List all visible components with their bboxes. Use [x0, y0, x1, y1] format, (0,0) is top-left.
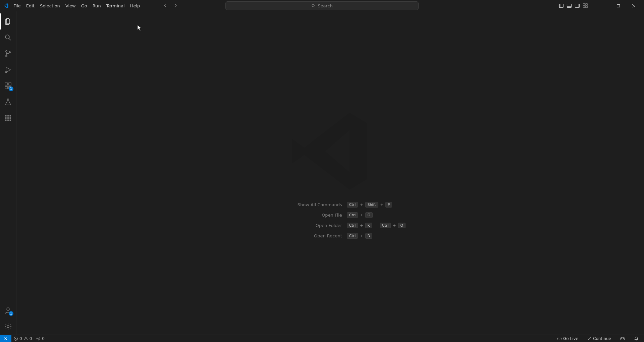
svg-rect-29	[10, 120, 11, 121]
mouse-cursor-icon	[137, 25, 142, 32]
nav-back-icon[interactable]	[163, 3, 168, 9]
maximize-button[interactable]	[610, 0, 626, 11]
menu-edit[interactable]: Edit	[23, 2, 37, 10]
svg-rect-26	[10, 117, 11, 119]
activity-settings[interactable]	[0, 319, 16, 335]
menu-help[interactable]: Help	[127, 2, 143, 10]
menu-selection[interactable]: Selection	[37, 2, 63, 10]
svg-rect-18	[5, 87, 7, 89]
hint-open-file: Open File Ctrl + O	[255, 212, 406, 218]
key: O	[365, 212, 373, 218]
hint-label: Show All Commands	[255, 202, 342, 207]
check-icon	[587, 336, 592, 341]
extensions-badge: 1	[9, 87, 13, 91]
svg-rect-28	[7, 120, 9, 121]
activity-testing[interactable]	[0, 94, 16, 110]
status-ports[interactable]: 0	[34, 335, 47, 342]
key: K	[365, 223, 372, 228]
activity-extensions[interactable]: 1	[0, 78, 16, 94]
svg-rect-11	[617, 4, 620, 7]
activity-search[interactable]	[0, 30, 16, 46]
remote-button[interactable]	[0, 335, 11, 342]
status-notifications[interactable]	[632, 335, 641, 342]
activity-explorer[interactable]	[0, 13, 16, 30]
activity-run-debug[interactable]	[0, 62, 16, 78]
svg-point-36	[623, 338, 624, 339]
search-icon	[311, 4, 316, 8]
command-center[interactable]: Search	[225, 1, 419, 10]
close-button[interactable]	[626, 0, 641, 11]
hint-label: Open Folder	[255, 223, 342, 228]
svg-rect-2	[559, 4, 560, 8]
key: Ctrl	[347, 223, 358, 228]
menu-terminal[interactable]: Terminal	[104, 2, 127, 10]
plus-icon: +	[360, 213, 363, 217]
layout-buttons	[558, 3, 588, 9]
search-icon	[4, 34, 12, 42]
remote-icon	[3, 336, 8, 341]
key: Ctrl	[347, 202, 358, 208]
gear-icon	[4, 323, 12, 331]
beaker-icon	[4, 98, 12, 106]
key: Ctrl	[347, 233, 358, 239]
minimize-button[interactable]	[595, 0, 610, 11]
svg-rect-27	[5, 120, 7, 121]
broadcast-icon	[557, 336, 562, 341]
plus-icon: +	[380, 203, 383, 207]
key: P	[385, 202, 392, 208]
nav-forward-icon[interactable]	[173, 3, 178, 9]
toggle-primary-sidebar-icon[interactable]	[558, 3, 564, 9]
svg-rect-7	[583, 4, 585, 5]
activity-extra[interactable]	[0, 110, 16, 126]
copilot-icon	[620, 336, 625, 341]
svg-rect-25	[7, 117, 9, 119]
svg-point-30	[7, 308, 9, 310]
key: Ctrl	[347, 212, 358, 218]
svg-rect-34	[621, 337, 625, 340]
svg-rect-4	[567, 6, 572, 8]
hint-keys: Ctrl + R	[347, 233, 372, 239]
customize-layout-icon[interactable]	[582, 3, 588, 9]
status-bar: 0 0 0 Go Live Continue	[0, 335, 644, 342]
files-icon	[4, 17, 12, 25]
menu-go[interactable]: Go	[78, 2, 90, 10]
svg-rect-24	[5, 117, 7, 119]
key: O	[398, 223, 406, 228]
plus-icon: +	[393, 223, 396, 228]
svg-rect-8	[586, 4, 587, 5]
status-problems[interactable]: 0 0	[11, 335, 34, 342]
grid-icon	[4, 114, 12, 122]
svg-rect-9	[583, 6, 585, 8]
hint-open-recent: Open Recent Ctrl + R	[255, 233, 406, 239]
toggle-panel-icon[interactable]	[566, 3, 572, 9]
continue-label: Continue	[593, 336, 611, 341]
status-continue[interactable]: Continue	[585, 335, 613, 342]
svg-point-13	[6, 51, 7, 52]
activity-bar: 1 1	[0, 11, 16, 335]
plus-icon: +	[360, 223, 363, 228]
svg-rect-21	[5, 115, 7, 117]
status-go-live[interactable]: Go Live	[555, 335, 580, 342]
hint-keys: Ctrl + K Ctrl + O	[347, 223, 406, 228]
activity-source-control[interactable]	[0, 46, 16, 62]
status-copilot[interactable]	[618, 335, 627, 342]
hint-keys: Ctrl + O	[347, 212, 373, 218]
toggle-secondary-sidebar-icon[interactable]	[574, 3, 580, 9]
activity-accounts[interactable]: 1	[0, 302, 16, 319]
svg-rect-22	[7, 115, 9, 117]
key: R	[365, 233, 373, 239]
svg-rect-23	[10, 115, 11, 117]
window-controls	[595, 0, 641, 11]
key: Ctrl	[380, 223, 391, 228]
menu-file[interactable]: File	[11, 2, 23, 10]
title-bar: File Edit Selection View Go Run Terminal…	[0, 0, 644, 11]
menu-view[interactable]: View	[63, 2, 78, 10]
svg-point-35	[622, 338, 622, 339]
hint-show-all-commands: Show All Commands Ctrl + Shift + P	[255, 202, 406, 208]
hint-label: Open Recent	[255, 233, 342, 238]
hint-open-folder: Open Folder Ctrl + K Ctrl + O	[255, 223, 406, 228]
menu-run[interactable]: Run	[90, 2, 104, 10]
svg-rect-6	[578, 4, 580, 8]
vscode-watermark-icon	[287, 108, 374, 196]
debug-icon	[4, 66, 12, 74]
